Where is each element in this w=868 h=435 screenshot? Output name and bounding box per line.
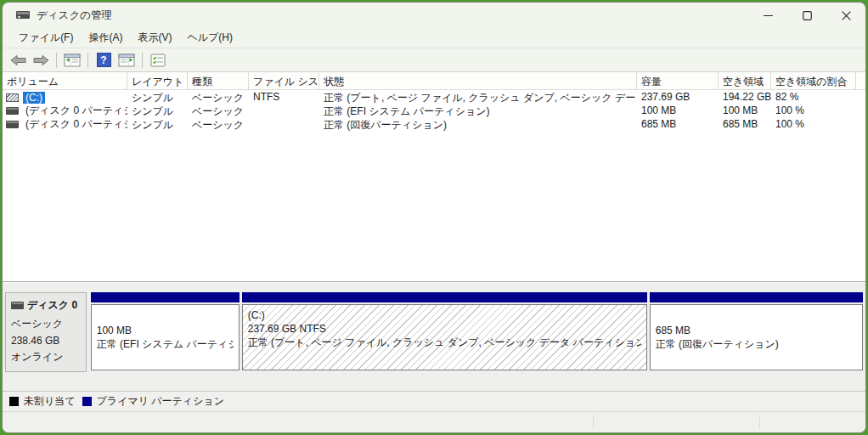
filesystem-cell [249, 117, 319, 131]
back-button[interactable] [8, 51, 28, 70]
menu-help[interactable]: ヘルプ(H) [179, 28, 240, 48]
free-space-cell: 100 MB [719, 104, 771, 117]
column-header-status[interactable]: 状態 [319, 72, 637, 90]
volume-name-label[interactable]: (C:) [23, 92, 45, 104]
layout-cell: シンプル [127, 90, 188, 104]
status-cell: 正常 (回復パーティション) [319, 117, 637, 131]
free-space-cell: 194.22 GB [719, 90, 771, 104]
column-header-free-space[interactable]: 空き領域 [719, 72, 771, 90]
column-header-filler [856, 72, 865, 90]
partition-recovery-box[interactable]: 685 MB 正常 (回復パーティション) [650, 304, 863, 370]
volume-name-label[interactable]: (ディスク 0 パーティション 4) [23, 117, 127, 131]
column-header-layout[interactable]: レイアウト [127, 72, 188, 90]
primary-partition-color-bar [242, 292, 647, 302]
type-cell: ベーシック [188, 117, 249, 131]
column-header-type[interactable]: 種類 [188, 72, 249, 90]
primary-partition-swatch-icon [82, 397, 92, 406]
help-icon: ? [97, 53, 111, 67]
status-bar [3, 411, 865, 432]
close-button[interactable] [826, 3, 865, 28]
selected-partition-icon [6, 93, 19, 102]
partition-icon [6, 107, 19, 115]
close-icon [842, 11, 851, 20]
free-percent-cell: 82 % [771, 90, 856, 104]
partition-size-label: 685 MB [656, 324, 857, 337]
maximize-icon [803, 11, 812, 20]
maximize-button[interactable] [787, 3, 826, 28]
menu-view[interactable]: 表示(V) [130, 28, 179, 48]
volume-name-label[interactable]: (ディスク 0 パーティション 1) [23, 104, 127, 117]
legend-unallocated-label: 未割り当て [24, 394, 76, 409]
capacity-cell: 237.69 GB [637, 90, 719, 104]
column-header-free-percent[interactable]: 空き領域の割合 [771, 72, 856, 90]
show-console-tree-button[interactable] [62, 51, 82, 70]
menu-file[interactable]: ファイル(F) [11, 28, 81, 48]
disk-status-label: オンライン [11, 350, 82, 364]
filler-cell [856, 117, 865, 131]
volume-name-cell[interactable]: (ディスク 0 パーティション 4) [3, 117, 127, 131]
partition-efi[interactable]: 100 MB 正常 (EFI システム パーティション) [91, 292, 240, 391]
properties-checklist-icon [150, 54, 166, 67]
disk-graphical-view: ディスク 0 ベーシック 238.46 GB オンライン 100 MB 正常 (… [3, 281, 865, 391]
disk-management-window: ディスクの管理 ファイル(F) 操作(A) 表示(V) ヘルプ(H) [2, 2, 866, 433]
filesystem-cell [249, 104, 319, 117]
partition-title-label: (C:) [248, 308, 641, 322]
status-cell: 正常 (ブート, ページ ファイル, クラッシュ ダンプ, ベーシック データ … [319, 90, 637, 104]
volume-row-c[interactable]: (C:) シンプル ベーシック NTFS 正常 (ブート, ページ ファイル, … [3, 90, 865, 104]
filesystem-cell: NTFS [249, 90, 319, 104]
primary-partition-color-bar [91, 292, 240, 302]
status-bar-divider [759, 415, 760, 429]
unallocated-swatch-icon [9, 397, 19, 406]
window-controls [748, 3, 865, 28]
properties-button[interactable] [148, 51, 168, 70]
partition-c[interactable]: (C:) 237.69 GB NTFS 正常 (ブート, ページ ファイル, ク… [242, 292, 647, 391]
toolbar-separator [142, 53, 143, 68]
legend-unallocated: 未割り当て [9, 394, 76, 409]
volume-table-header: ボリューム レイアウト 種類 ファイル システム 状態 容量 空き領域 空き領域… [3, 72, 865, 90]
disk-type-label: ベーシック [11, 317, 82, 331]
volume-name-cell[interactable]: (C:) [3, 90, 127, 104]
partition-recovery[interactable]: 685 MB 正常 (回復パーティション) [650, 292, 863, 391]
status-bar-divider [593, 415, 594, 429]
column-header-capacity[interactable]: 容量 [637, 72, 719, 90]
volume-name-cell[interactable]: (ディスク 0 パーティション 1) [3, 104, 127, 117]
primary-partition-color-bar [650, 292, 863, 302]
forward-arrow-icon [33, 54, 49, 66]
menu-bar: ファイル(F) 操作(A) 表示(V) ヘルプ(H) [3, 28, 865, 48]
type-cell: ベーシック [188, 104, 249, 117]
window-title: ディスクの管理 [37, 8, 112, 23]
volume-row-partition-4[interactable]: (ディスク 0 パーティション 4) シンプル ベーシック 正常 (回復パーティ… [3, 117, 865, 131]
partition-status-label: 正常 (EFI システム パーティション) [97, 337, 234, 351]
free-percent-cell: 100 % [771, 117, 856, 131]
partition-size-label: 237.69 GB NTFS [248, 322, 641, 336]
show-action-pane-button[interactable] [116, 51, 137, 70]
column-header-volume[interactable]: ボリューム [3, 72, 127, 90]
menu-action[interactable]: 操作(A) [81, 28, 130, 48]
filler-cell [856, 90, 865, 104]
partition-status-label: 正常 (ブート, ページ ファイル, クラッシュ ダンプ, ベーシック データ … [248, 336, 641, 349]
disk-size-label: 238.46 GB [11, 335, 82, 347]
legend-primary-label: プライマリ パーティション [97, 394, 224, 409]
title-bar: ディスクの管理 [3, 3, 865, 28]
free-space-cell: 685 MB [719, 117, 771, 131]
legend-bar: 未割り当て プライマリ パーティション [3, 391, 865, 411]
partition-efi-box[interactable]: 100 MB 正常 (EFI システム パーティション) [91, 304, 240, 370]
volume-row-partition-1[interactable]: (ディスク 0 パーティション 1) シンプル ベーシック 正常 (EFI シス… [3, 104, 865, 117]
layout-cell: シンプル [127, 117, 188, 131]
partition-c-box-selected[interactable]: (C:) 237.69 GB NTFS 正常 (ブート, ページ ファイル, ク… [242, 304, 647, 370]
partition-icon [6, 121, 19, 128]
filler-cell [856, 104, 865, 117]
minimize-icon [764, 11, 773, 20]
capacity-cell: 685 MB [637, 117, 719, 131]
disk-name-label: ディスク 0 [27, 298, 77, 313]
column-header-filesystem[interactable]: ファイル システム [249, 72, 319, 90]
toolbar-separator [56, 53, 57, 68]
free-percent-cell: 100 % [771, 104, 856, 117]
forward-button[interactable] [31, 51, 51, 70]
disk-icon [11, 302, 24, 309]
help-button[interactable]: ? [93, 51, 114, 70]
toolbar-separator [87, 53, 88, 68]
partition-status-label: 正常 (回復パーティション) [656, 337, 857, 351]
disk-0-header-panel[interactable]: ディスク 0 ベーシック 238.46 GB オンライン [5, 292, 87, 372]
minimize-button[interactable] [748, 3, 787, 28]
